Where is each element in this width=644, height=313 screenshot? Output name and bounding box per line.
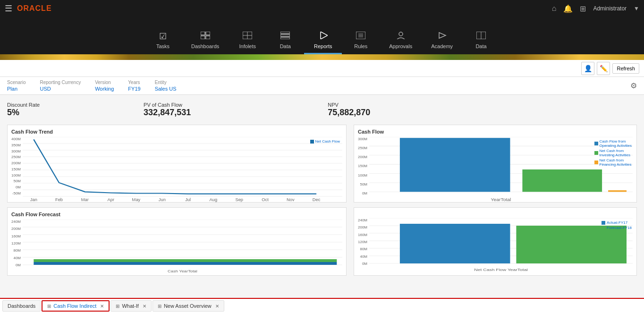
nav-item-rules[interactable]: Rules bbox=[342, 28, 380, 54]
forecast-bar-svg: Net Cash Flow YearTotal bbox=[369, 218, 633, 272]
legend-color-actual bbox=[602, 221, 605, 225]
cf-y-50: 50M bbox=[360, 182, 367, 186]
tab-what-if[interactable]: ⊞ What-If ✕ bbox=[110, 300, 151, 312]
forecast-bar-y-axis: 240M 200M 160M 120M 80M 40M 0M bbox=[358, 218, 367, 272]
tab-whatif-label: What-If bbox=[122, 303, 138, 309]
entity-value[interactable]: Sales US bbox=[155, 86, 177, 92]
nav-item-tasks[interactable]: ☑ Tasks bbox=[144, 27, 182, 54]
legend-actual-label[interactable]: Actual-FY17 bbox=[607, 220, 627, 225]
nav-icons: ⌂ 🔔 ⊞ bbox=[552, 4, 586, 13]
svg-text:Sep: Sep bbox=[235, 197, 243, 202]
svg-rect-49 bbox=[522, 169, 602, 192]
tab-newasset-close[interactable]: ✕ bbox=[215, 304, 219, 309]
fc-y-0: 0M bbox=[16, 263, 21, 267]
hamburger-icon[interactable]: ☰ bbox=[5, 3, 12, 14]
svg-rect-1 bbox=[206, 32, 210, 35]
notification-icon[interactable]: 🔔 bbox=[563, 4, 573, 13]
trend-chart-title: Cash Flow Trend bbox=[11, 129, 342, 135]
svg-text:Feb: Feb bbox=[55, 197, 63, 202]
nav-approvals-label: Approvals bbox=[389, 43, 412, 49]
nav-right: ⌂ 🔔 ⊞ Administrator ▼ bbox=[552, 4, 639, 13]
nav-item-academy[interactable]: Academy bbox=[422, 28, 462, 54]
legend-color-operating bbox=[594, 142, 598, 145]
currency-value[interactable]: USD bbox=[40, 86, 81, 92]
nav-item-reports[interactable]: Reports bbox=[304, 28, 342, 54]
gear-icon[interactable]: ⚙ bbox=[630, 81, 637, 90]
cashflow-svg: YearTotal bbox=[369, 137, 633, 203]
reports-icon bbox=[318, 32, 328, 42]
svg-rect-0 bbox=[201, 32, 205, 35]
home-icon[interactable]: ⌂ bbox=[552, 4, 557, 13]
svg-text:May: May bbox=[132, 197, 141, 202]
tab-dashboards[interactable]: Dashboards bbox=[2, 300, 41, 312]
legend-operating: Cash Flow fromOperating Activities bbox=[594, 139, 632, 148]
trend-chart-body: 400M 350M 300M 250M 200M 150M 100M 50M 0… bbox=[11, 137, 342, 203]
svg-rect-2 bbox=[201, 36, 205, 39]
npv-value: 75,882,870 bbox=[328, 108, 370, 118]
admin-label[interactable]: Administrator bbox=[593, 5, 627, 12]
nav-item-dashboards[interactable]: Dashboards bbox=[182, 28, 229, 54]
y-label-250: 250M bbox=[11, 155, 21, 159]
currency-filter: Reporting Currency USD bbox=[40, 80, 81, 92]
years-value[interactable]: FY19 bbox=[128, 86, 140, 92]
version-label: Version bbox=[95, 80, 114, 85]
svg-text:Net Cash Flow YearTotal: Net Cash Flow YearTotal bbox=[474, 268, 527, 272]
forecast-chart-body: 240M 200M 160M 120M 80M 40M 0M bbox=[11, 220, 342, 274]
users-icon[interactable]: ⊞ bbox=[580, 4, 586, 13]
svg-rect-48 bbox=[400, 138, 510, 192]
forecast-svg: Cash YearTotal bbox=[23, 220, 342, 274]
currency-label: Reporting Currency bbox=[40, 80, 81, 85]
refresh-button[interactable]: Refresh bbox=[612, 63, 639, 74]
tab-cashflow-close[interactable]: ✕ bbox=[100, 304, 104, 309]
y-label-200: 200M bbox=[11, 161, 21, 165]
svg-rect-70 bbox=[516, 226, 627, 263]
tab-newasset-icon: ⊞ bbox=[158, 304, 161, 309]
svg-rect-60 bbox=[34, 259, 337, 262]
forecast-bar-body: 240M 200M 160M 120M 80M 40M 0M bbox=[358, 218, 633, 272]
tab-dashboards-label: Dashboards bbox=[8, 303, 35, 309]
version-filter: Version Working bbox=[95, 80, 114, 92]
charts-row-1: Cash Flow Trend 400M 350M 300M 250M 200M… bbox=[7, 125, 637, 203]
scenario-filter: Scenario Plan bbox=[7, 80, 25, 92]
fb-y-0: 0M bbox=[362, 262, 367, 266]
legend-financing-label[interactable]: Net Cash fromFinancing Activities bbox=[600, 158, 632, 167]
nav-item-approvals[interactable]: Approvals bbox=[380, 28, 422, 54]
top-navigation: ☰ ORACLE ⌂ 🔔 ⊞ Administrator ▼ ☑ Tasks D… bbox=[0, 0, 644, 54]
tab-cashflow-label: Cash Flow Indirect bbox=[53, 303, 96, 309]
legend-operating-label[interactable]: Cash Flow fromOperating Activities bbox=[600, 139, 632, 148]
y-label-300: 300M bbox=[11, 149, 21, 153]
toolbar-row: 👤 ✏️ Refresh bbox=[0, 60, 644, 77]
academy-icon bbox=[437, 32, 447, 42]
forecast-chart-title: Cash Flow Forecast bbox=[11, 211, 342, 217]
version-value[interactable]: Working bbox=[95, 86, 114, 92]
y-label-150: 150M bbox=[11, 167, 21, 171]
nav-menu: ☑ Tasks Dashboards Infolets Data bbox=[0, 17, 644, 54]
cf-y-100: 100M bbox=[358, 173, 367, 178]
cashflow-y-axis: 300M 250M 200M 150M 100M 50M 0M bbox=[358, 137, 367, 203]
tab-new-asset[interactable]: ⊞ New Asset Overview ✕ bbox=[153, 300, 224, 312]
svg-text:Cash YearTotal: Cash YearTotal bbox=[168, 269, 197, 273]
legend-investing-label[interactable]: Net Cash fromInvesting Activities bbox=[600, 149, 630, 157]
user-icon-btn[interactable]: 👤 bbox=[581, 62, 594, 75]
scenario-value[interactable]: Plan bbox=[7, 86, 25, 92]
legend-forecast-label[interactable]: Forecast-FY18 bbox=[607, 226, 632, 230]
nav-item-data[interactable]: Data bbox=[266, 28, 304, 54]
tab-cash-flow-indirect[interactable]: ⊞ Cash Flow Indirect ✕ bbox=[42, 300, 110, 312]
legend-net-label[interactable]: Net Cash Flow bbox=[315, 139, 340, 144]
cashflow-chart-title: Cash Flow bbox=[358, 129, 633, 135]
nav-item-data2[interactable]: Data bbox=[462, 28, 500, 54]
rules-icon bbox=[356, 32, 365, 42]
legend-color-investing bbox=[594, 151, 598, 155]
years-label: Years bbox=[128, 80, 140, 85]
entity-label: Entity bbox=[155, 80, 177, 85]
cashflow-legend: Cash Flow fromOperating Activities Net C… bbox=[594, 139, 632, 167]
trend-chart-area: Jan Feb Mar Apr May Jun Jul Aug Sep Oct … bbox=[23, 137, 342, 203]
edit-icon-btn[interactable]: ✏️ bbox=[597, 62, 610, 75]
svg-text:Jan: Jan bbox=[30, 197, 37, 202]
admin-dropdown-icon[interactable]: ▼ bbox=[634, 5, 639, 12]
trend-svg: Jan Feb Mar Apr May Jun Jul Aug Sep Oct … bbox=[23, 137, 342, 203]
filter-bar: Scenario Plan Reporting Currency USD Ver… bbox=[0, 77, 644, 95]
forecast-chart-area: Cash YearTotal bbox=[23, 220, 342, 274]
nav-item-infolets[interactable]: Infolets bbox=[229, 28, 266, 54]
tab-whatif-close[interactable]: ✕ bbox=[143, 304, 146, 309]
